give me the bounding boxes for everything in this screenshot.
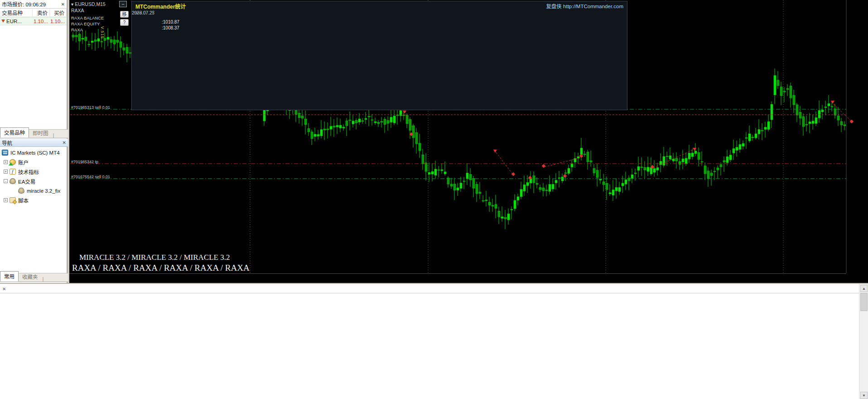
minimize-icon[interactable]: –	[119, 1, 127, 7]
price-down-arrow-icon	[1, 19, 5, 23]
symbol-label: EUR...	[6, 19, 22, 24]
chart-symbol-label[interactable]: ▾ EURUSD,M15	[71, 1, 106, 7]
close-icon[interactable]: ✕	[61, 2, 65, 7]
move-button[interactable]: 移	[120, 11, 129, 18]
column-symbol[interactable]: 交易品种	[0, 9, 33, 16]
scroll-down-icon[interactable]: ▼	[860, 392, 868, 399]
market-watch-row-eurusd[interactable]: EUR... 1.10... 1.10...	[0, 17, 67, 25]
market-watch-tabs: 交易品种即时图|	[0, 129, 68, 138]
tab-market-0[interactable]: 交易品种	[0, 127, 29, 138]
mtcommander-panel[interactable]: MTCommander统计 复盘侠 http://MTCommander.com…	[131, 1, 627, 110]
tree-item-label: miracle 3.2_fix	[27, 188, 60, 194]
navigator-title: 导航	[2, 139, 12, 146]
close-icon[interactable]: ✕	[2, 287, 6, 292]
close-icon[interactable]: ✕	[63, 140, 66, 145]
server-icon	[2, 150, 8, 156]
equity-axis-date: 2023.07.27	[132, 10, 154, 15]
balance-value: :1010.87	[162, 19, 179, 24]
sidebar-item-4[interactable]: miracle 3.2_fix	[0, 186, 68, 195]
indicator-label-raxa: RAXA	[71, 8, 84, 13]
order-line-label-1[interactable]: #701985313 sell 0.01	[71, 105, 110, 110]
indicator-label-raxa2: RAXA	[71, 27, 83, 32]
tab-market-1[interactable]: 即时图	[29, 128, 52, 138]
watermark-miracle: MIRACLE 3.2 / MIRACLE 3.2 / MIRACLE 3.2	[79, 253, 230, 262]
expand-toggle-icon[interactable]: +	[4, 170, 8, 174]
help-button[interactable]: ?	[120, 19, 129, 26]
version-label: V.515	[100, 26, 105, 39]
terminal-header	[0, 284, 868, 293]
equity-curve-chart	[132, 1, 627, 69]
bid-price: 1.10...	[33, 19, 50, 24]
market-watch-title: 市场报价: 09:06:29	[2, 0, 46, 8]
tree-item-label: 技术指标	[18, 168, 39, 175]
sidebar-item-0[interactable]: IC Markets (SC) MT4	[0, 148, 68, 157]
market-watch-header: 交易品种 卖价 买价	[0, 9, 67, 17]
ea-icon	[18, 188, 24, 194]
chart-area[interactable]: ▾ EURUSD,M15 – RAXA RAXA BALANCE RAXA EQ…	[69, 0, 868, 283]
indicator-label-equity: RAXA EQUITY	[71, 21, 100, 26]
tree-item-label: IC Markets (SC) MT4	[10, 150, 60, 156]
tab-terminal-0[interactable]: 常用	[0, 271, 19, 282]
indicators-icon	[10, 169, 16, 175]
accounts-icon	[10, 159, 16, 165]
ea-icon	[10, 178, 16, 184]
left-panel: 市场报价: 09:06:29 ✕ 交易品种 卖价 买价 EUR... 1.10.…	[0, 0, 68, 283]
column-ask[interactable]: 买价	[50, 9, 67, 16]
order-line-label-2[interactable]: #701985342 tp	[71, 160, 98, 164]
sidebar-item-1[interactable]: +账户	[0, 157, 68, 167]
tree-item-label: 脚本	[18, 197, 29, 204]
expand-toggle-icon[interactable]: +	[4, 160, 8, 164]
terminal-scrollbar[interactable]: ▲ ▼	[859, 284, 868, 399]
sidebar-item-3[interactable]: -EA交易	[0, 176, 68, 186]
scroll-up-icon[interactable]: ▲	[860, 285, 868, 292]
expand-toggle-icon[interactable]: +	[4, 198, 8, 202]
sidebar-item-2[interactable]: +技术指标	[0, 167, 68, 176]
tab-divider: |	[43, 276, 44, 282]
watermark-raxa: RAXA / RAXA / RAXA / RAXA / RAXA / RAXA	[72, 263, 250, 273]
tab-divider: |	[53, 132, 54, 138]
scroll-thumb[interactable]	[860, 293, 868, 311]
column-bid[interactable]: 卖价	[33, 9, 50, 16]
equity-value: :1008.37	[162, 25, 179, 30]
bottom-tabs: 常用收藏夹|	[0, 273, 68, 282]
terminal-panel: ✕ ▲ ▼	[0, 283, 868, 399]
order-line-label-3[interactable]: #701675542 sell 0.01	[71, 175, 110, 179]
ask-price: 1.10...	[50, 19, 67, 24]
navigator-titlebar: 导航 ✕	[0, 139, 68, 147]
market-watch-titlebar: 市场报价: 09:06:29 ✕	[0, 0, 67, 9]
expand-toggle-icon[interactable]: -	[4, 179, 8, 183]
tab-terminal-1[interactable]: 收藏夹	[19, 272, 42, 282]
mt4-window: 市场报价: 09:06:29 ✕ 交易品种 卖价 买价 EUR... 1.10.…	[0, 0, 868, 399]
navigator-tree: IC Markets (SC) MT4+账户+技术指标-EA交易miracle …	[0, 148, 68, 205]
tree-item-label: EA交易	[18, 178, 35, 185]
tree-item-label: 账户	[18, 159, 29, 166]
time-axis[interactable]	[69, 273, 846, 283]
sidebar-item-5[interactable]: +脚本	[0, 195, 68, 205]
indicator-label-balance: RAXA BALANCE	[71, 15, 104, 20]
scripts-icon	[10, 197, 16, 203]
